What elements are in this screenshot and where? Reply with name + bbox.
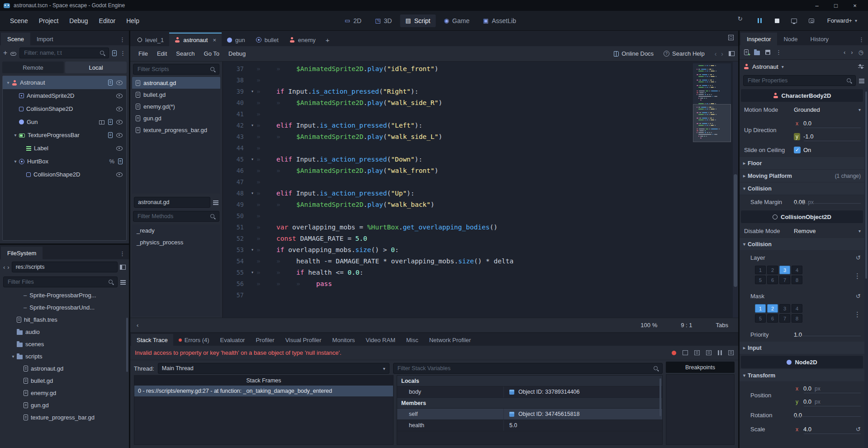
eye-icon[interactable]: [116, 133, 123, 138]
prop-up-direction-x[interactable]: x0.0: [794, 117, 864, 130]
tab-inspector[interactable]: Inspector: [740, 33, 777, 45]
new-scene-tab-button[interactable]: +: [321, 33, 334, 46]
code-line-42[interactable]: 42▾»elif Input.is_action_pressed("Left")…: [223, 119, 732, 131]
stack-variables-filter-input[interactable]: [397, 365, 650, 372]
scene-tab-enemy[interactable]: enemy: [284, 33, 321, 46]
break-icon[interactable]: [718, 350, 722, 355]
eye-icon[interactable]: [116, 80, 123, 85]
eye-icon[interactable]: [116, 172, 123, 177]
method-item-ready[interactable]: _ready: [132, 224, 220, 236]
thread-select[interactable]: Main Thread ▾: [158, 363, 389, 374]
debugger-tab-monitors[interactable]: Monitors: [327, 334, 360, 346]
script-icon[interactable]: [118, 158, 123, 164]
filesystem-dock-menu-icon[interactable]: ⋮: [119, 251, 129, 259]
inspector-group-input[interactable]: ▸Input: [740, 342, 864, 354]
continue-icon[interactable]: [728, 350, 734, 355]
layer-cell-1[interactable]: 1: [755, 266, 766, 274]
scene-node-hurtbox[interactable]: ▾HurtBox%: [3, 155, 126, 168]
toggle-scripts-panel-button[interactable]: ‹: [137, 322, 138, 328]
menu-help[interactable]: Help: [121, 14, 145, 27]
layer-cell-4[interactable]: 4: [792, 266, 802, 274]
mask-cell-6[interactable]: 6: [767, 314, 778, 323]
eye-icon[interactable]: [116, 106, 123, 111]
file-astronaut-gd[interactable]: astronaut.gd: [0, 362, 129, 375]
layer-cell-5[interactable]: 5: [755, 276, 766, 284]
attach-script-icon[interactable]: [112, 50, 117, 56]
methods-filter-input[interactable]: [137, 213, 207, 220]
script-menu-debug[interactable]: Debug: [224, 48, 250, 59]
copy-error-icon[interactable]: [683, 350, 688, 355]
search-help-button[interactable]: Search Help: [659, 48, 709, 59]
current-path[interactable]: res://scripts: [16, 264, 45, 270]
inspector-group-collision[interactable]: ▾Collision: [740, 238, 864, 251]
menu-debug[interactable]: Debug: [64, 14, 93, 27]
scripts-filter-input[interactable]: [137, 66, 207, 73]
script-item-texture-progress-bar-gd[interactable]: texture_progress_bar.gd: [132, 124, 220, 136]
script-history-forward-icon[interactable]: ›: [721, 50, 723, 57]
scene-tab-level-1[interactable]: level_1: [132, 33, 169, 46]
movie-writer-button[interactable]: [806, 16, 816, 26]
file-sprite-progressbarprog[interactable]: –Sprite-ProgressbarProg...: [0, 289, 129, 301]
prop-position-y[interactable]: y0.0px: [794, 395, 864, 408]
renderer-select[interactable]: Forward+ ▾: [824, 15, 861, 26]
code-line-41[interactable]: 41»: [223, 108, 732, 119]
stack-frame[interactable]: 0 - res://scripts/enemy.gd:27 - at funct…: [134, 386, 393, 396]
file-enemy-gd[interactable]: enemy.gd: [0, 387, 129, 399]
property-options-icon[interactable]: [859, 78, 864, 83]
mask-cell-4[interactable]: 4: [792, 304, 802, 313]
file-sort-icon[interactable]: [120, 280, 126, 284]
inspector-group-floor[interactable]: ▸Floor: [740, 157, 864, 170]
method-sort-icon[interactable]: [213, 200, 218, 205]
file-audio[interactable]: audio: [0, 326, 129, 338]
debugger-tab-visual-profiler[interactable]: Visual Profiler: [280, 334, 327, 346]
history-icon[interactable]: ◷: [859, 49, 863, 55]
code-line-51[interactable]: 51»var overlapping_mobs = %HurtBox.get_o…: [223, 221, 732, 233]
script-menu-search[interactable]: Search: [171, 48, 199, 59]
code-line-48[interactable]: 48▾»elif Input.is_action_pressed("Up"):: [223, 187, 732, 199]
inspector-scrollbar[interactable]: [864, 88, 868, 448]
grid-options-icon[interactable]: ⋮: [854, 272, 861, 279]
layer-cell-2[interactable]: 2: [767, 266, 778, 274]
prop-scale-x[interactable]: x4.0↺: [794, 423, 864, 436]
workspace-assetlib[interactable]: ▣AssetLib: [478, 14, 522, 27]
code-line-47[interactable]: 47»: [223, 176, 732, 187]
scene-filter-input[interactable]: [23, 49, 97, 57]
code-line-57[interactable]: 57: [223, 289, 732, 300]
distraction-free-button[interactable]: [728, 35, 734, 42]
expand-all-icon[interactable]: [694, 350, 700, 355]
code-line-43[interactable]: 43»»$AnimatedSprite2D.play("walk_side_L"…: [223, 131, 732, 142]
code-line-46[interactable]: 46»»$AnimatedSprite2D.play("walk_front"): [223, 165, 732, 176]
zoom-level[interactable]: 100 %: [640, 322, 657, 329]
restart-button[interactable]: ↻: [738, 16, 748, 26]
code-scrollbar[interactable]: [733, 62, 738, 318]
code-line-53[interactable]: 53▾»if overlapping_mobs.size() > 0:: [223, 244, 732, 255]
script-item-astronaut-gd[interactable]: astronaut.gd: [132, 77, 220, 89]
variables-scrollbar[interactable]: [659, 376, 662, 444]
script-icon[interactable]: [108, 119, 113, 125]
mask-cell-1[interactable]: 1: [755, 304, 766, 313]
fs-forward-icon[interactable]: ›: [7, 264, 9, 270]
filesystem-scrollbar[interactable]: [125, 289, 129, 448]
resource-options-icon[interactable]: ⋮: [776, 49, 782, 55]
code-line-38[interactable]: 38»: [223, 74, 732, 86]
property-filter-input[interactable]: [747, 77, 844, 84]
tab-filesystem[interactable]: FileSystem: [1, 247, 43, 259]
script-item-enemy-gd[interactable]: enemy.gd(*): [132, 100, 220, 112]
script-menu-file[interactable]: File: [134, 48, 152, 59]
variable-row-body[interactable]: bodyObject ID: 33789314406: [397, 386, 662, 398]
file-texture-progress-bar-gd[interactable]: texture_progress_bar.gd: [0, 411, 129, 424]
scene-node-gun[interactable]: Gun: [3, 115, 126, 129]
menu-editor[interactable]: Editor: [94, 14, 121, 27]
scene-node-collisionshape2d[interactable]: CollisionShape2D: [3, 168, 126, 181]
fs-split-mode-icon[interactable]: [120, 265, 126, 270]
file-scenes[interactable]: scenes: [0, 338, 129, 350]
script-icon[interactable]: [108, 132, 113, 138]
debugger-tab-stack-trace[interactable]: Stack Trace: [131, 334, 173, 346]
file-bullet-gd[interactable]: bullet.gd: [0, 375, 129, 387]
workspace-game[interactable]: ◉Game: [438, 14, 474, 27]
prop-up-direction-y[interactable]: y-1.0: [794, 130, 864, 143]
tab-node[interactable]: Node: [777, 33, 804, 45]
inspected-node-name[interactable]: Astronaut: [752, 63, 778, 70]
scene-node-collisionshape2d[interactable]: CollisionShape2D: [3, 102, 126, 115]
view-mode-local[interactable]: Local: [65, 62, 127, 73]
